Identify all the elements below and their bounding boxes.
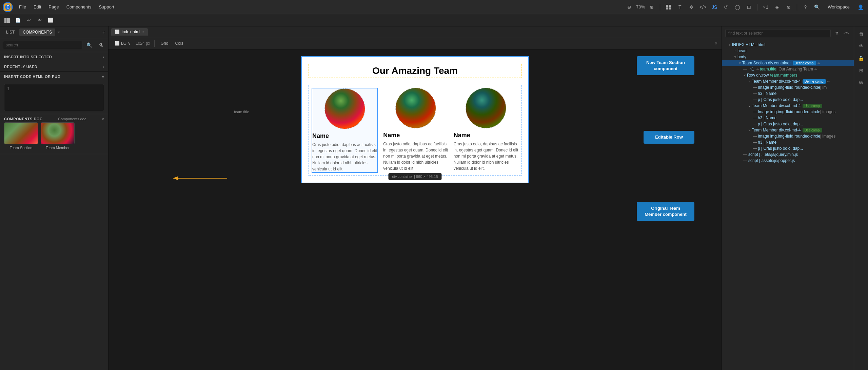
tree-item-h3-2[interactable]: — h3 | Name: [722, 115, 854, 121]
menu-support[interactable]: Support: [95, 3, 118, 11]
comp-card-team-section[interactable]: Team Section: [4, 122, 38, 150]
tm3-use-badge[interactable]: Use comp.: [803, 128, 822, 132]
tab-components[interactable]: COMPONENTS: [19, 28, 55, 36]
magic-icon[interactable]: ◈: [772, 2, 782, 12]
trash-icon[interactable]: 🗑: [856, 28, 867, 39]
code-editor[interactable]: 1: [4, 84, 104, 111]
comp-card-team-member[interactable]: Team Member: [41, 122, 75, 150]
toggle-team-section[interactable]: ∨: [737, 61, 742, 65]
code-icon[interactable]: </>: [698, 2, 708, 12]
insert-code-header[interactable]: INSERT CODE HTML or PUG ∨: [0, 72, 108, 81]
toggle-tm1[interactable]: ∨: [747, 80, 752, 83]
undo-icon[interactable]: ↩: [24, 16, 33, 25]
tree-item-tm1[interactable]: ∨ Team Member div.col-md-4 Define comp. …: [722, 78, 854, 84]
preview-icon[interactable]: ◯: [733, 2, 742, 12]
viewport-selector[interactable]: ⬜ LG ∨: [113, 40, 133, 47]
tab-list[interactable]: LIST: [3, 28, 18, 36]
panels-icon[interactable]: [3, 16, 12, 25]
cols-toggle[interactable]: Cols: [173, 40, 185, 47]
user-icon[interactable]: 👤: [856, 2, 865, 12]
text-icon[interactable]: T: [675, 2, 685, 12]
file-icon[interactable]: 📄: [14, 16, 22, 25]
edit-tm1-icon[interactable]: ✏: [827, 80, 830, 83]
filter-tree-icon[interactable]: ⚗: [833, 29, 841, 37]
tm1-define-badge[interactable]: Define comp.: [803, 79, 826, 84]
tree-item-indexhtml[interactable]: ∨ INDEX.HTML html: [722, 42, 854, 48]
settings-icon[interactable]: ⊛: [784, 2, 793, 12]
toggle-tm3[interactable]: ∨: [747, 128, 752, 132]
tree-item-p-3[interactable]: — p | Cras justo odio, dap...: [722, 145, 854, 151]
menu-file[interactable]: File: [16, 3, 29, 11]
recently-used-header[interactable]: RECENTLY USED ›: [0, 62, 108, 71]
tree-item-row[interactable]: ∨ Row div.row team.members: [722, 72, 854, 78]
tree-item-img2[interactable]: — Image img.img-fluid.rounded-circle | i…: [722, 109, 854, 115]
right-search-input[interactable]: [725, 29, 831, 37]
canvas-close-btn[interactable]: ×: [715, 41, 717, 46]
left-panel-tabs: LIST COMPONENTS × +: [0, 26, 108, 38]
responsive-icon[interactable]: ⊡: [744, 2, 754, 12]
css-selector-icon[interactable]: </>: [842, 29, 850, 37]
tree-item-head[interactable]: › head: [722, 48, 854, 54]
team-section-title[interactable]: Our Amazing Team: [309, 64, 521, 78]
search-icon[interactable]: 🔍: [84, 40, 94, 50]
tree-item-p-1[interactable]: — p | Cras justo odio, dap...: [722, 97, 854, 103]
team-member-3[interactable]: Name Cras justo odio, dapibus ac facilis…: [454, 88, 518, 173]
tree-item-img1[interactable]: — Image img.img-fluid.rounded-circle | i…: [722, 84, 854, 90]
menu-page[interactable]: Page: [45, 3, 62, 11]
refresh-icon[interactable]: ↺: [721, 2, 731, 12]
menu-components[interactable]: Components: [63, 3, 95, 11]
filter-icon[interactable]: ⚗: [96, 40, 105, 50]
tab-close-icon[interactable]: ×: [57, 30, 60, 35]
tree-item-h1[interactable]: — h1 ✏ team.title | Our Amazing Team ✏: [722, 66, 854, 72]
app-logo[interactable]: E: [3, 2, 13, 12]
zoom-plus-icon[interactable]: ⊕: [647, 2, 656, 12]
tree-item-tm3[interactable]: ∨ Team Member div.col-md-4 Use comp.: [722, 127, 854, 133]
search-input[interactable]: [3, 41, 82, 49]
tree-item-team-section[interactable]: ∨ Team Section div.container Define comp…: [722, 60, 854, 66]
define-comp-badge[interactable]: Define comp.: [793, 61, 816, 65]
wp-icon[interactable]: W: [856, 77, 867, 88]
tree-item-img3[interactable]: — Image img.img-fluid.rounded-circle | i…: [722, 133, 854, 139]
js-icon[interactable]: JS: [710, 2, 719, 12]
h1-link[interactable]: team.title: [760, 67, 776, 71]
menu-edit[interactable]: Edit: [30, 3, 44, 11]
team-member-2[interactable]: Name Cras justo odio, dapibus ac facilis…: [383, 88, 448, 173]
toggle-icon-head[interactable]: ›: [733, 49, 737, 53]
eye-icon[interactable]: 👁: [35, 16, 44, 25]
help-icon[interactable]: ?: [801, 2, 810, 12]
canvas-tab-close-icon[interactable]: ×: [142, 30, 144, 34]
toggle-tm2[interactable]: ∨: [747, 104, 752, 107]
edit-h1-icon[interactable]: ✏: [756, 67, 759, 71]
edit-h1-val-icon[interactable]: ✏: [814, 67, 817, 71]
tree-item-h3-3[interactable]: — h3 | Name: [722, 139, 854, 145]
row-link[interactable]: team.members: [770, 73, 797, 78]
toggle-row[interactable]: ∨: [742, 74, 747, 77]
frame-icon[interactable]: ⬜: [46, 16, 55, 25]
canvas-viewport[interactable]: New Team Sectioncomponent Editable Row O…: [108, 49, 722, 370]
toggle-icon[interactable]: ∨: [727, 43, 732, 46]
tree-item-h3-1[interactable]: — h3 | Name: [722, 90, 854, 97]
multiplier-icon[interactable]: ×1: [761, 2, 770, 12]
lock-icon[interactable]: 🔒: [856, 53, 867, 64]
grid-icon[interactable]: [664, 2, 673, 12]
toggle-icon-body[interactable]: ∨: [733, 55, 737, 59]
team-member-1[interactable]: Name Cras justo odio, dapibus ac facilis…: [312, 88, 378, 173]
cursor-icon[interactable]: ✥: [687, 2, 696, 12]
align-icon[interactable]: ⊞: [856, 65, 867, 76]
add-tab-icon[interactable]: +: [102, 29, 105, 35]
tree-item-body[interactable]: ∨ body: [722, 54, 854, 60]
canvas-tab-index[interactable]: ⬜ index.html ×: [111, 28, 148, 36]
edit-icon[interactable]: ✏: [817, 61, 820, 65]
tree-item-script2[interactable]: — script | assets/js/popper.js: [722, 158, 854, 164]
team-section-card-label: Team Section: [10, 146, 33, 150]
zoom-minus-icon[interactable]: ⊖: [625, 2, 634, 12]
grid-toggle[interactable]: Grid: [159, 40, 171, 47]
canvas-area: ⬜ index.html × ⬜ LG ∨ 1024 px Grid Cols …: [108, 26, 722, 370]
tree-item-script1[interactable]: — script | ...ets/js/jquery.min.js: [722, 151, 854, 158]
eye-right-icon[interactable]: 👁: [856, 41, 867, 52]
search-zoom-icon[interactable]: 🔍: [812, 2, 822, 12]
tm2-use-badge[interactable]: Use comp.: [803, 104, 822, 108]
tree-item-p-2[interactable]: — p | Cras justo odio, dap...: [722, 121, 854, 127]
insert-into-selected-header[interactable]: INSERT INTO SELECTED ›: [0, 52, 108, 62]
tree-item-tm2[interactable]: ∨ Team Member div.col-md-4 Use comp.: [722, 103, 854, 109]
